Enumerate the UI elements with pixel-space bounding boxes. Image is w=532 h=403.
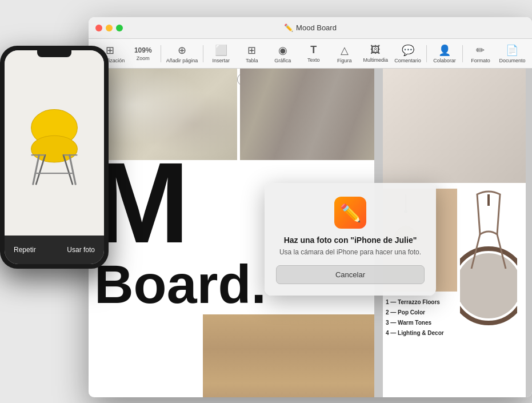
tabla-icon: ⊞ (247, 44, 256, 57)
dialog-overlay: ✏️ Haz una foto con "iPhone de Julie" Us… (89, 69, 532, 397)
toolbar-tabla[interactable]: ⊞ Tabla (238, 42, 266, 66)
window-title: ✏️ Mood Board (284, 23, 337, 32)
chair-svg (17, 94, 91, 191)
divider-2 (203, 45, 203, 62)
toolbar-zoom[interactable]: 109% Zoom (129, 44, 157, 63)
documento-icon: 📄 (506, 44, 518, 57)
pages-icon: ✏️ (340, 203, 361, 223)
divider-3 (426, 45, 427, 62)
toolbar-formato[interactable]: ✏ Formato (466, 42, 495, 66)
dialog-subtitle: Usa la cámara del iPhone para hacer una … (276, 248, 425, 256)
iphone-photo (5, 50, 104, 236)
dialog-app-icon: ✏️ (334, 197, 366, 229)
toolbar-texto[interactable]: T Texto (299, 42, 328, 65)
title-bar: ✏️ Mood Board (89, 17, 532, 39)
toolbar: ⊞ Visualización 109% Zoom ⊕ Añadir págin… (89, 39, 532, 69)
comentario-icon: 💬 (402, 44, 414, 57)
toolbar-grafica[interactable]: ◉ Gráfica (269, 42, 297, 66)
title-icon: ✏️ (284, 23, 293, 32)
texto-icon: T (310, 44, 317, 56)
iphone-device: Repetir Usar foto (0, 46, 109, 269)
divider-4 (462, 45, 463, 62)
zoom-icon: 109% (134, 46, 152, 54)
iphone-use-photo-button[interactable]: Usar foto (67, 246, 95, 254)
toolbar-anadir-pagina[interactable]: ⊕ Añadir página (165, 42, 199, 66)
close-button[interactable] (95, 25, 102, 31)
insertar-icon: ⬜ (215, 44, 227, 57)
iphone-screen: Repetir Usar foto (5, 50, 104, 264)
chair-photo (5, 50, 104, 236)
multimedia-icon: 🖼 (370, 44, 381, 56)
traffic-lights (95, 25, 123, 31)
colaborar-icon: 👤 (438, 44, 451, 57)
iphone-notch (37, 50, 71, 57)
toolbar-comentario[interactable]: 💬 Comentario (393, 42, 423, 66)
toolbar-figura[interactable]: △ Figura (330, 42, 359, 66)
minimize-button[interactable] (106, 25, 113, 31)
mac-window: ✏️ Mood Board ⊞ Visualización 109% Zoom … (89, 17, 532, 397)
canvas-area: 1 M Board. 2 (89, 69, 532, 397)
dialog: ✏️ Haz una foto con "iPhone de Julie" Us… (265, 183, 436, 296)
iphone-bottom-bar: Repetir Usar foto (5, 236, 104, 264)
iphone-retry-button[interactable]: Repetir (14, 246, 36, 254)
grafica-icon: ◉ (278, 44, 287, 57)
toolbar-multimedia[interactable]: 🖼 Multimedia (361, 42, 390, 65)
anadir-pagina-icon: ⊕ (178, 44, 186, 57)
formato-icon: ✏ (476, 44, 485, 57)
visualizacion-icon: ⊞ (106, 44, 114, 57)
figura-icon: △ (341, 44, 349, 57)
divider-1 (161, 45, 161, 62)
cancel-button[interactable]: Cancelar (276, 265, 425, 284)
toolbar-documento[interactable]: 📄 Documento (497, 42, 527, 66)
toolbar-insertar[interactable]: ⬜ Insertar (207, 42, 235, 66)
dialog-title: Haz una foto con "iPhone de Julie" (276, 236, 425, 245)
maximize-button[interactable] (116, 25, 123, 31)
toolbar-colaborar[interactable]: 👤 Colaborar (430, 42, 459, 66)
